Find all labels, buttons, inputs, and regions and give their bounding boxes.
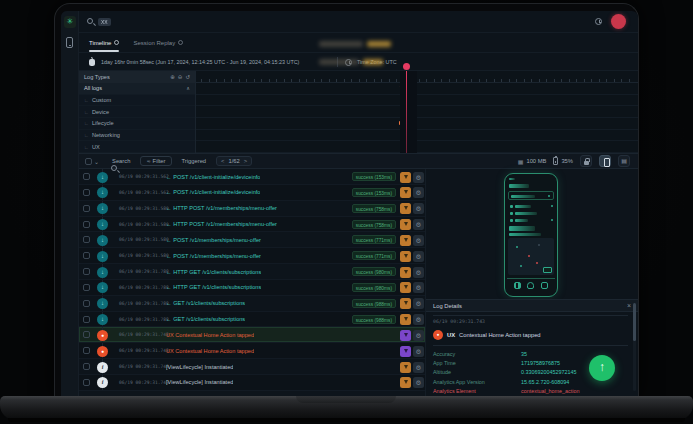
table-row[interactable]: ↓ 06/19 00:29:31.580 ← HTTP POST /v1/mem… <box>79 201 425 217</box>
log-types-list: ∟ All logs ∧ ∟ Custom ∧ ∟ Device ∧ ∟ Lif… <box>79 83 195 153</box>
table-row[interactable]: ↓ 06/19 00:29:31.580 ← HTTP POST /v1/mem… <box>79 217 425 233</box>
table-row[interactable]: ↓ 06/19 00:29:31.788 ← GET /v1/clients/s… <box>79 296 425 312</box>
timeline-chart[interactable] <box>196 71 638 153</box>
daterange-text[interactable]: 1day 16hr 0min 58sec (Jun 17, 2024, 12:1… <box>101 59 299 65</box>
table-row[interactable]: i 06/19 00:29:31.743 [ViewLifecycle] Ins… <box>79 375 425 391</box>
settings-action-button[interactable]: ⚙ <box>413 330 424 341</box>
filter-action-button[interactable] <box>400 203 411 214</box>
row-checkbox[interactable] <box>83 189 90 196</box>
filter-icon: ≂ <box>146 158 149 164</box>
prev-page-button[interactable]: < <box>221 158 224 164</box>
clock-icon[interactable] <box>595 18 602 25</box>
status-badge: success (758ms) <box>352 220 396 229</box>
settings-action-button[interactable]: ⚙ <box>413 298 424 309</box>
table-view-toggle-button[interactable]: ▤ <box>618 155 630 167</box>
chevron-down-icon[interactable]: ⌄ <box>94 158 99 165</box>
row-checkbox[interactable] <box>83 252 90 259</box>
search-icon[interactable] <box>87 18 93 24</box>
row-checkbox[interactable] <box>83 379 90 386</box>
scroll-top-button[interactable]: ↑ <box>589 355 615 381</box>
device-preview-toggle-button[interactable] <box>599 155 611 167</box>
next-page-button[interactable]: > <box>244 158 247 164</box>
log-type-row[interactable]: ∟ Lifecycle ∧ <box>79 118 195 130</box>
reset-icon[interactable]: ↺ <box>185 74 190 80</box>
filter-action-button[interactable] <box>400 251 411 262</box>
settings-action-button[interactable]: ⚙ <box>413 251 424 262</box>
table-row[interactable]: ↓ 06/19 00:29:31.580 ← POST /v1/membersh… <box>79 232 425 248</box>
status-badge: success (980ms) <box>352 267 396 276</box>
settings-action-button[interactable]: ⚙ <box>413 267 424 278</box>
avatar[interactable] <box>611 14 626 29</box>
row-checkbox[interactable] <box>83 268 90 275</box>
row-checkbox[interactable] <box>83 347 90 354</box>
filter-action-button[interactable] <box>400 267 411 278</box>
filter-action-button[interactable] <box>400 219 411 230</box>
table-row[interactable]: ↓ 06/19 00:29:31.580 ← POST /v1/membersh… <box>79 248 425 264</box>
row-checkbox[interactable] <box>83 316 90 323</box>
table-row[interactable]: i 06/19 00:29:31.743 [ViewLifecycle] Ins… <box>79 359 425 375</box>
row-checkbox[interactable] <box>83 300 90 307</box>
filter-action-button[interactable] <box>400 330 411 341</box>
table-row[interactable]: ● 06/19 00:29:31.743 UX Contextual Home … <box>79 343 425 359</box>
settings-action-button[interactable]: ⚙ <box>413 346 424 357</box>
event-message: Contextual Home Action tapped <box>459 332 541 338</box>
settings-action-button[interactable]: ⚙ <box>413 172 424 183</box>
search-button[interactable]: Search <box>103 158 130 164</box>
app-window: ✳ XX Timeline Session Replay 1day 16hr 0… <box>61 11 638 396</box>
row-checkbox[interactable] <box>83 236 90 243</box>
zoom-in-icon[interactable]: ⊕ <box>170 74 175 80</box>
filter-action-button[interactable] <box>400 377 411 388</box>
filter-button[interactable]: ≂ Filter <box>140 156 171 166</box>
filter-action-button[interactable] <box>400 235 411 246</box>
settings-action-button[interactable]: ⚙ <box>413 219 424 230</box>
row-checkbox[interactable] <box>83 363 90 370</box>
settings-action-button[interactable]: ⚙ <box>413 235 424 246</box>
row-checkbox[interactable] <box>83 205 90 212</box>
settings-action-button[interactable]: ⚙ <box>413 187 424 198</box>
filter-action-button[interactable] <box>400 298 411 309</box>
select-all-checkbox[interactable] <box>85 158 92 165</box>
log-type-row[interactable]: ∟ Networking ∧ <box>79 130 195 142</box>
log-type-row[interactable]: ∟ Device ∧ <box>79 106 195 118</box>
filter-action-button[interactable] <box>400 172 411 183</box>
device-preview[interactable] <box>504 173 558 297</box>
pagination: < 1/62 > <box>216 156 252 166</box>
table-row[interactable]: ↓ 06/19 00:29:31.788 ← HTTP GET /v1/clie… <box>79 280 425 296</box>
filter-action-button[interactable] <box>400 346 411 357</box>
log-type-row[interactable]: ∟ All logs ∧ <box>79 83 195 95</box>
row-checkbox[interactable] <box>83 173 90 180</box>
filter-action-button[interactable] <box>400 282 411 293</box>
close-icon[interactable]: × <box>627 302 631 309</box>
settings-action-button[interactable]: ⚙ <box>413 314 424 325</box>
tab-timeline[interactable]: Timeline <box>89 33 119 52</box>
table-row[interactable]: ↓ 06/19 00:29:31.788 ← HTTP GET /v1/clie… <box>79 264 425 280</box>
log-type-row[interactable]: ∟ Custom ∧ <box>79 95 195 107</box>
log-timestamp: 06/19 00:29:31.580 <box>119 222 169 227</box>
log-type-row[interactable]: ∟ UX ∧ <box>79 141 195 153</box>
app-logo-icon[interactable]: ✳ <box>64 16 76 28</box>
details-scrollbar[interactable] <box>633 301 636 391</box>
search-input[interactable]: XX <box>98 18 111 26</box>
axis-tick <box>261 79 262 82</box>
chevron-up-icon[interactable]: ∧ <box>186 85 190 91</box>
row-checkbox[interactable] <box>83 284 90 291</box>
filter-action-button[interactable] <box>400 314 411 325</box>
table-row[interactable]: ↓ 06/19 00:29:31.562 ← POST /v1/client-i… <box>79 169 425 185</box>
zoom-out-icon[interactable]: ⊖ <box>178 74 183 80</box>
row-checkbox[interactable] <box>83 221 90 228</box>
row-checkbox[interactable] <box>83 331 90 338</box>
settings-action-button[interactable]: ⚙ <box>413 362 424 373</box>
table-row[interactable]: ● 06/19 00:29:31.743 UX Contextual Home … <box>79 327 425 343</box>
device-icon[interactable] <box>66 37 73 48</box>
settings-action-button[interactable]: ⚙ <box>413 377 424 388</box>
table-row[interactable]: ↓ 06/19 00:29:31.562 ← POST /v1/client-i… <box>79 185 425 201</box>
table-row[interactable]: ↓ 06/19 00:29:31.788 ← GET /v1/clients/s… <box>79 312 425 328</box>
tab-session-replay[interactable]: Session Replay <box>133 33 183 52</box>
lock-toggle-button[interactable] <box>580 155 592 167</box>
settings-action-button[interactable]: ⚙ <box>413 282 424 293</box>
filter-action-button[interactable] <box>400 187 411 198</box>
log-message: ← HTTP GET /v1/clients/subscriptions <box>166 284 261 290</box>
settings-action-button[interactable]: ⚙ <box>413 203 424 214</box>
playhead[interactable] <box>406 71 407 153</box>
filter-action-button[interactable] <box>400 362 411 373</box>
